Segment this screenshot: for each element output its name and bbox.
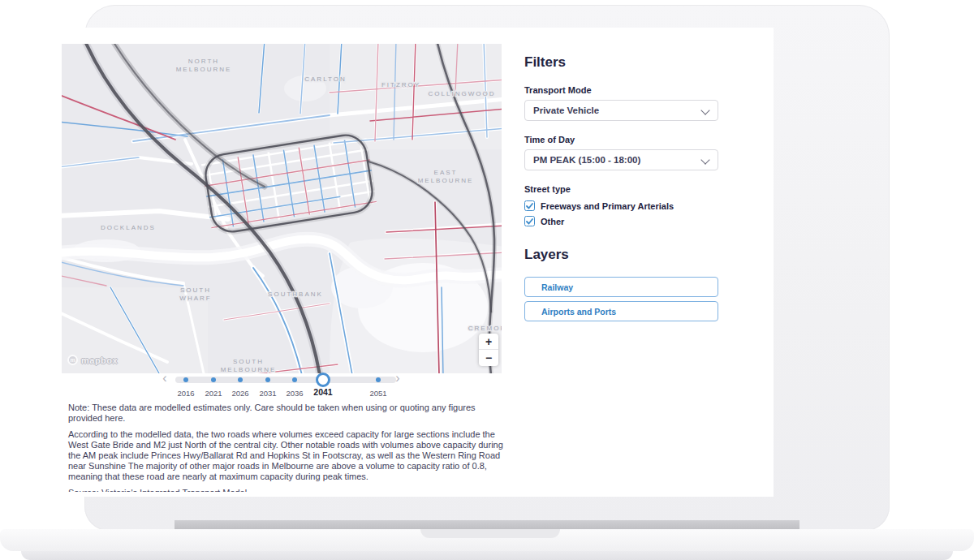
map-label-south-melbourne: SOUTH [233,358,264,365]
timeline-year-label[interactable]: 2021 [205,389,222,398]
map-label-north-melbourne: NORTH [188,58,219,65]
timeline-year-label[interactable]: 2051 [369,389,386,398]
laptop-base-notch [420,529,560,538]
layer-button-railway[interactable]: Railway [524,277,718,297]
notes-section: Note: These data are modelled estimates … [68,403,504,497]
street-type-label: Street type [524,184,571,194]
street-type-option-other[interactable]: Other [524,215,564,227]
timeline-year-label-selected[interactable]: 2041 [313,387,332,397]
filters-panel: Filters Transport Mode Private Vehicle T… [524,54,718,493]
timeline-year-label[interactable]: 2036 [286,389,303,398]
time-of-day-select[interactable]: PM PEAK (15:00 - 18:00) [524,149,718,170]
note-source: Source: Victoria's Integrated Transport … [68,488,504,492]
timeline-next-button[interactable]: › [395,372,399,385]
map-canvas[interactable]: NORTH MELBOURNE CARLTON FITZROY COLLINGW… [62,44,502,373]
timeline-year-label[interactable]: 2031 [259,389,276,398]
map-label-cremorne: CREMORNE [468,325,502,332]
laptop-base-lip [21,551,953,560]
svg-text:MELBOURNE: MELBOURNE [176,66,232,73]
timeline-year-label[interactable]: 2026 [231,389,248,398]
chevron-down-icon [700,106,709,114]
timeline-dot-2016[interactable] [183,377,188,382]
map-label-fitzroy: FITZROY [381,81,420,88]
mapbox-logo[interactable]: m mapbox [67,355,118,365]
timeline-prev-button[interactable]: ‹ [162,372,166,385]
map-label-east-melbourne: EAST [434,169,458,176]
map-label-carlton: CARLTON [304,75,347,83]
filters-title: Filters [524,54,566,71]
map-label-docklands: DOCKLANDS [101,224,156,231]
street-type-option-label: Freeways and Primary Arterials [541,201,674,211]
transport-mode-select[interactable]: Private Vehicle [524,100,718,121]
note-analysis: According to the modelled data, the two … [68,429,504,482]
zoom-out-button[interactable]: − [479,350,498,366]
map-label-southbank: SOUTHBANK [268,291,323,298]
layers-title: Layers [524,247,569,263]
mapbox-icon: m [67,355,78,365]
app-viewport: NORTH MELBOURNE CARLTON FITZROY COLLINGW… [33,28,774,497]
time-of-day-label: Time of Day [524,135,575,144]
timeline-dot-2036[interactable] [292,377,297,382]
note-disclaimer: Note: These data are modelled estimates … [68,403,504,424]
time-of-day-value: PM PEAK (15:00 - 18:00) [533,155,640,165]
svg-text:MELBOURNE: MELBOURNE [418,177,474,184]
timeline-dot-2041-selected[interactable] [316,373,330,387]
checkbox-checked-icon[interactable] [524,216,535,226]
checkbox-checked-icon[interactable] [524,200,535,211]
timeline-dot-2051[interactable] [376,377,381,382]
zoom-in-button[interactable]: + [479,334,498,350]
mapbox-wordmark: mapbox [81,355,118,365]
street-type-option-label: Other [541,217,564,226]
map-graphics: NORTH MELBOURNE CARLTON FITZROY COLLINGW… [62,44,502,373]
chevron-down-icon [700,155,709,164]
timeline-dot-2026[interactable] [238,377,243,382]
timeline-year-label[interactable]: 2016 [177,389,194,398]
svg-text:MELBOURNE: MELBOURNE [221,366,277,373]
map-label-collingwood: COLLINGWOOD [429,90,496,97]
timeline-dot-2021[interactable] [211,377,216,382]
street-type-option-freeways[interactable]: Freeways and Primary Arterials [524,200,674,212]
transport-mode-label: Transport Mode [524,85,592,95]
svg-text:WHARF: WHARF [179,295,211,302]
map-zoom-control: + − [479,334,498,366]
timeline-track[interactable] [175,377,396,383]
transport-mode-value: Private Vehicle [533,106,599,115]
layer-button-airports-ports[interactable]: Airports and Ports [524,301,718,321]
map-label-south-wharf: SOUTH [180,286,211,294]
timeline-dot-2031[interactable] [265,377,270,382]
